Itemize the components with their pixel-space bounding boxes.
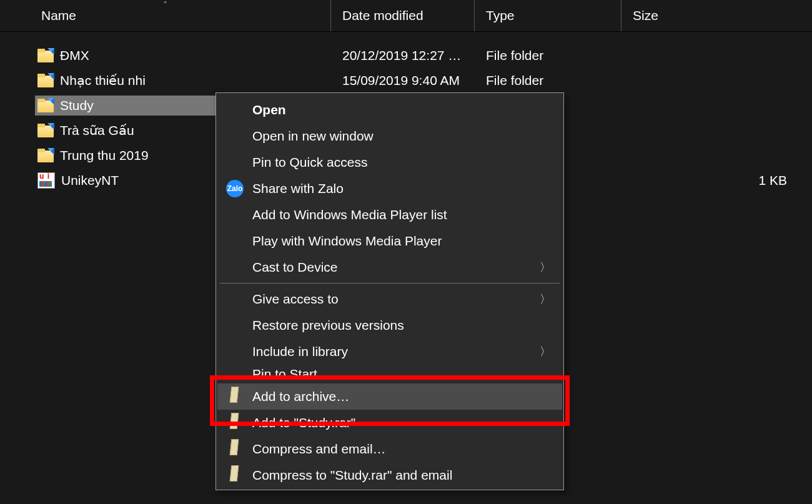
file-date: 15/09/2019 9:40 AM: [342, 73, 460, 88]
menu-open-new-window[interactable]: Open in new window: [217, 123, 562, 149]
menu-restore-previous-versions[interactable]: Restore previous versions: [217, 312, 562, 338]
menu-label: Add to "Study.rar": [252, 415, 355, 430]
menu-label: Give access to: [252, 292, 339, 307]
chevron-right-icon: 〉: [540, 344, 551, 359]
menu-label: Share with Zalo: [252, 181, 344, 196]
menu-compress-to-study-rar-and-email[interactable]: Compress to "Study.rar" and email: [217, 462, 562, 488]
folder-icon: [37, 49, 54, 62]
menu-label: Restore previous versions: [252, 318, 404, 333]
file-name: Trà sữa Gấu: [60, 123, 134, 138]
menu-label: Play with Windows Media Player: [252, 234, 442, 249]
winrar-icon: [226, 388, 244, 405]
menu-label: Add to Windows Media Player list: [252, 207, 447, 222]
explorer-window: ˄ Name Date modified Type Size ĐMX 20/12…: [0, 0, 812, 504]
chevron-right-icon: 〉: [540, 292, 551, 307]
menu-cast-to-device[interactable]: Cast to Device 〉: [217, 254, 562, 280]
menu-share-zalo[interactable]: Zalo Share with Zalo: [217, 175, 562, 202]
file-name: UnikeyNT: [61, 173, 119, 188]
file-row[interactable]: ĐMX 20/12/2019 12:27 … File folder: [0, 43, 812, 68]
file-date: 20/12/2019 12:27 …: [342, 48, 461, 63]
sort-arrow-icon: ˄: [163, 0, 167, 10]
menu-compress-and-email[interactable]: Compress and email…: [217, 436, 562, 462]
column-header-size-label: Size: [633, 8, 658, 23]
column-header-type-label: Type: [486, 8, 515, 23]
folder-icon: [37, 99, 54, 112]
column-header-name-label: Name: [41, 8, 76, 23]
menu-label: Cast to Device: [252, 260, 338, 275]
menu-give-access-to[interactable]: Give access to 〉: [217, 286, 562, 312]
menu-play-wmp[interactable]: Play with Windows Media Player: [217, 228, 562, 254]
menu-pin-to-start[interactable]: Pin to Start: [217, 365, 562, 383]
menu-label: Compress to "Study.rar" and email: [252, 468, 452, 483]
column-header-date-label: Date modified: [342, 8, 423, 23]
menu-label: Compress and email…: [252, 442, 386, 457]
file-size: 1 KB: [758, 173, 787, 188]
column-header-name[interactable]: ˄ Name: [0, 0, 331, 31]
zalo-icon: Zalo: [226, 180, 244, 197]
menu-open[interactable]: Open: [217, 97, 562, 123]
folder-icon: [37, 149, 54, 162]
menu-label: Add to archive…: [252, 389, 349, 404]
file-name: ĐMX: [60, 48, 89, 63]
menu-pin-quick-access[interactable]: Pin to Quick access: [217, 149, 562, 175]
unikey-icon: [37, 172, 55, 189]
menu-label: Open: [252, 102, 286, 117]
file-row[interactable]: Nhạc thiếu nhi 15/09/2019 9:40 AM File f…: [0, 68, 812, 93]
menu-label: Pin to Start: [252, 367, 317, 382]
context-menu: Open Open in new window Pin to Quick acc…: [215, 92, 564, 490]
column-header-date[interactable]: Date modified: [331, 0, 475, 31]
folder-icon: [37, 124, 54, 137]
menu-add-wmp-list[interactable]: Add to Windows Media Player list: [217, 202, 562, 228]
folder-icon: [37, 74, 54, 87]
menu-label: Pin to Quick access: [252, 155, 367, 170]
menu-label: Open in new window: [252, 129, 374, 144]
menu-label: Include in library: [252, 344, 348, 359]
column-header-size[interactable]: Size: [621, 0, 812, 31]
column-header-type[interactable]: Type: [475, 0, 621, 31]
chevron-right-icon: 〉: [540, 260, 551, 275]
column-headers: ˄ Name Date modified Type Size: [0, 0, 812, 32]
menu-separator: [220, 283, 560, 284]
menu-include-in-library[interactable]: Include in library 〉: [217, 338, 562, 365]
file-type: File folder: [486, 48, 543, 63]
file-name: Study: [60, 98, 94, 113]
file-type: File folder: [486, 73, 543, 88]
winrar-icon: [226, 414, 244, 432]
file-name: Trung thu 2019: [60, 148, 149, 163]
winrar-icon: [226, 467, 244, 484]
file-name: Nhạc thiếu nhi: [60, 73, 146, 88]
winrar-icon: [226, 440, 244, 458]
menu-add-to-study-rar[interactable]: Add to "Study.rar": [217, 410, 562, 436]
menu-add-to-archive[interactable]: Add to archive…: [217, 383, 562, 410]
